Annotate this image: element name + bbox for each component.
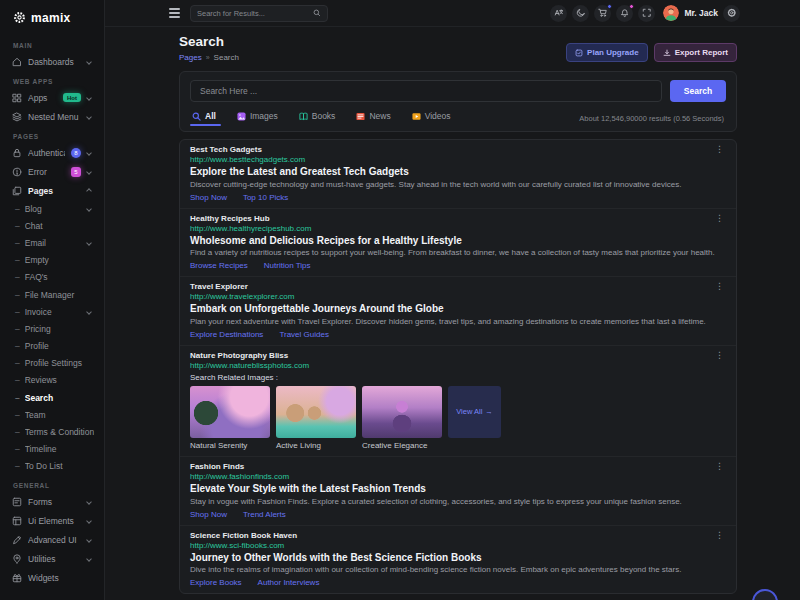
tab-news[interactable]: News [356, 111, 390, 125]
sidebar-subitem-faqs[interactable]: FAQ's [0, 269, 104, 286]
sidebar-subitem-pricing[interactable]: Pricing [0, 320, 104, 337]
more-options-icon[interactable]: ⋮ [713, 282, 726, 290]
more-options-icon[interactable]: ⋮ [713, 462, 726, 470]
sidebar-item-utilities[interactable]: Utilities [0, 549, 104, 568]
view-all-button[interactable]: View All → [448, 386, 501, 438]
layout-icon [12, 516, 22, 526]
tab-all[interactable]: All [192, 111, 216, 125]
breadcrumb-current: Search [214, 53, 239, 62]
translate-icon[interactable] [550, 5, 567, 22]
chevron-down-icon [86, 309, 92, 315]
sidebar-subitem-invoice[interactable]: Invoice [0, 303, 104, 320]
export-report-button[interactable]: Export Report [654, 43, 737, 62]
sidebar-subitem-empty[interactable]: Empty [0, 252, 104, 269]
sidebar-subitem-profile-settings[interactable]: Profile Settings [0, 355, 104, 372]
result-link[interactable]: Explore Destinations [190, 330, 263, 339]
result-url[interactable]: http://www.healthyrecipeshub.com [190, 224, 726, 233]
topbar-search [190, 5, 328, 22]
result-url[interactable]: http://www.besttechgadgets.com [190, 155, 726, 164]
sidebar-item-widgets[interactable]: Widgets [0, 568, 104, 587]
error-badge: 5 [71, 167, 81, 177]
sidebar-subitem-todo[interactable]: To Do List [0, 458, 104, 475]
result-link[interactable]: Top 10 Picks [243, 193, 288, 202]
cart-icon[interactable] [594, 5, 611, 22]
result-link[interactable]: Shop Now [190, 510, 227, 519]
result-description: Dive into the realms of imagination with… [190, 565, 726, 575]
chevron-down-icon [86, 240, 92, 246]
sidebar-item-advanced-ui[interactable]: Advanced UI [0, 530, 104, 549]
sidebar-subitem-terms[interactable]: Terms & Conditions [0, 423, 104, 440]
sidebar-subitem-team[interactable]: Team [0, 406, 104, 423]
sidebar-item-error[interactable]: Error 5 [0, 162, 104, 181]
more-options-icon[interactable]: ⋮ [713, 351, 726, 359]
more-options-icon[interactable]: ⋮ [713, 145, 726, 153]
sidebar-subitem-file-manager[interactable]: File Manager [0, 286, 104, 303]
moon-icon[interactable] [572, 5, 589, 22]
more-options-icon[interactable]: ⋮ [713, 531, 726, 539]
search-button[interactable]: Search [670, 80, 726, 102]
result-description: Plan your next adventure with Travel Exp… [190, 317, 726, 327]
result-link[interactable]: Travel Guides [279, 330, 329, 339]
sidebar-item-apps[interactable]: Apps Hot [0, 88, 104, 107]
fullscreen-icon[interactable] [638, 5, 655, 22]
result-link[interactable]: Author Interviews [258, 578, 320, 587]
bell-icon[interactable] [616, 5, 633, 22]
result-heading[interactable]: Explore the Latest and Greatest Tech Gad… [190, 167, 726, 178]
auth-badge: 8 [71, 148, 81, 158]
sidebar-item-pages[interactable]: Pages [0, 181, 104, 200]
sidebar-subitem-email[interactable]: Email [0, 234, 104, 251]
result-url[interactable]: http://www.fashionfinds.com [190, 472, 726, 481]
chevron-down-icon [86, 537, 92, 543]
result-link[interactable]: Trend Alerts [243, 510, 286, 519]
sidebar-subitem-profile[interactable]: Profile [0, 338, 104, 355]
sidebar-subitem-chat[interactable]: Chat [0, 217, 104, 234]
search-icon[interactable] [313, 9, 321, 17]
tab-videos[interactable]: Videos [412, 111, 451, 125]
sidebar-section-webapps: WEB APPS [0, 71, 104, 88]
hamburger-menu-icon[interactable] [169, 8, 180, 18]
result-url[interactable]: http://www.natureblissphotos.com [190, 361, 726, 370]
plan-upgrade-button[interactable]: Plan Upgrade [566, 43, 648, 62]
related-image[interactable]: Creative Elegance [362, 386, 442, 451]
tab-books[interactable]: Books [299, 111, 336, 125]
more-options-icon[interactable]: ⋮ [713, 214, 726, 222]
topbar-search-input[interactable] [197, 9, 313, 18]
gear-icon[interactable] [723, 5, 740, 22]
result-link[interactable]: Nutrition Tips [264, 261, 311, 270]
result-heading[interactable]: Journey to Other Worlds with the Best Sc… [190, 553, 726, 564]
user-avatar[interactable] [663, 5, 679, 21]
breadcrumb-pages[interactable]: Pages [179, 53, 202, 62]
sidebar-item-forms[interactable]: Forms [0, 492, 104, 511]
related-image-thumbnail[interactable] [276, 386, 356, 438]
export-icon [663, 49, 671, 57]
result-heading[interactable]: Elevate Your Style with the Latest Fashi… [190, 484, 726, 495]
result-url[interactable]: http://www.sci-fibooks.com [190, 541, 726, 550]
related-image-thumbnail[interactable] [362, 386, 442, 438]
result-heading[interactable]: Wholesome and Delicious Recipes for a He… [190, 236, 726, 247]
sidebar-item-authentication[interactable]: Authentication 8 [0, 143, 104, 162]
result-title: Best Tech Gadgets [190, 145, 262, 154]
result-item: Travel Explorer⋮ http://www.travelexplor… [180, 277, 736, 346]
related-image[interactable]: Active Living [276, 386, 356, 451]
sidebar-subitem-reviews[interactable]: Reviews [0, 372, 104, 389]
result-url[interactable]: http://www.travelexplorer.com [190, 292, 726, 301]
sidebar-subitem-search[interactable]: Search [0, 389, 104, 406]
sidebar-item-dashboards[interactable]: Dashboards [0, 52, 104, 71]
sidebar-subitem-blog[interactable]: Blog [0, 200, 104, 217]
brand-logo[interactable]: mamix [0, 0, 104, 35]
sidebar-item-nested-menu[interactable]: Nested Menu [0, 107, 104, 126]
related-image[interactable]: Natural Serenity [190, 386, 270, 451]
chevron-down-icon [86, 556, 92, 562]
result-link[interactable]: Explore Books [190, 578, 242, 587]
page-header: Search Pages » Search Plan Upgrade Expor… [179, 34, 737, 62]
result-heading[interactable]: Embark on Unforgettable Journeys Around … [190, 304, 726, 315]
result-description: Find a variety of nutritious recipes to … [190, 248, 726, 258]
result-link[interactable]: Browse Recipes [190, 261, 248, 270]
sidebar-item-ui-elements[interactable]: Ui Elements [0, 511, 104, 530]
sidebar-subitem-timeline[interactable]: Timeline [0, 441, 104, 458]
result-link[interactable]: Shop Now [190, 193, 227, 202]
tab-images[interactable]: Images [237, 111, 278, 125]
user-name[interactable]: Mr. Jack [684, 8, 718, 18]
related-image-thumbnail[interactable] [190, 386, 270, 438]
search-input[interactable] [190, 80, 662, 102]
